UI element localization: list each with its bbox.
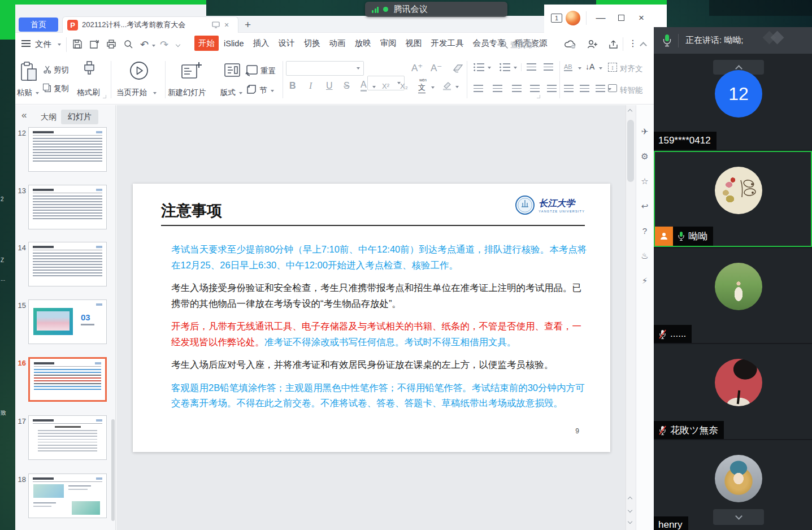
align-left-icon[interactable] [474,85,483,92]
slide-thumbnail-13[interactable] [28,185,107,229]
save-icon[interactable] [72,39,82,49]
slide-thumbnail-18[interactable] [28,473,107,518]
print-icon[interactable] [106,39,116,49]
rocket-tool-icon[interactable]: ✈ [639,127,651,137]
strikethrough-button[interactable]: S [344,81,350,91]
cut-button[interactable]: 剪切 [54,65,69,75]
font-color-button[interactable]: A [361,80,367,92]
hamburger-menu-icon[interactable] [21,40,31,47]
participant-count-badge[interactable]: 12 [715,70,762,118]
search-input[interactable]: 查找命... [510,40,540,50]
line-spacing-icon[interactable] [596,85,605,92]
smart-graphic-button[interactable]: 转智能 [620,85,643,95]
reset-icon[interactable] [245,64,259,76]
increase-indent-icon[interactable] [544,63,553,71]
participant-tile[interactable]: 12 159****0412 [654,54,812,150]
tab-outline[interactable]: 大纲 [41,112,57,123]
line-spacing-add-icon[interactable] [564,85,574,92]
highlight-button[interactable] [442,81,453,90]
participant-tile[interactable]: 花敗ツ無奈 [654,344,812,439]
layout-icon[interactable] [224,63,241,77]
account-avatar[interactable] [566,11,580,25]
menu-devtools[interactable]: 开发工具 [427,36,467,51]
layout-button[interactable]: 版式 [220,88,236,98]
slide-canvas[interactable]: 注意事项 长江大学 YANGTZE UNIVERSITY 考试当天要求至少提前8… [133,184,610,452]
cut-icon[interactable] [43,65,51,73]
line-spacing-remove-icon[interactable] [580,85,589,92]
text-direction-icon[interactable]: ↓A [585,62,594,71]
search-icon[interactable] [500,40,509,49]
reset-button[interactable]: 重置 [260,66,276,76]
new-slide-icon[interactable] [181,61,202,80]
subscript-button[interactable]: X₂ [400,82,408,90]
add-user-icon[interactable] [587,40,598,49]
print-preview-icon[interactable] [123,39,133,49]
bold-button[interactable]: B [289,81,296,91]
decrease-indent-icon[interactable] [527,63,536,71]
meeting-floating-bar[interactable]: 腾讯会议 [365,2,507,17]
slide-thumbnail-14[interactable] [28,242,107,286]
scrollbar-thumb[interactable] [627,120,634,182]
share-icon[interactable] [608,40,619,49]
window-switch-icon[interactable]: 1 [551,14,562,23]
document-tab[interactable]: P 202112计科...考试考前教育大会 × [62,16,238,33]
menu-view[interactable]: 视图 [401,36,425,51]
bullet-list-icon[interactable] [474,63,484,71]
superscript-button[interactable]: X² [382,82,389,90]
italic-button[interactable]: I [309,81,312,91]
slide-thumbnail-17[interactable] [28,415,107,460]
format-painter-button[interactable]: 格式刷 [77,88,100,98]
play-from-current-icon[interactable] [129,60,149,81]
align-right-icon[interactable] [512,85,522,92]
copy-button[interactable]: 复制 [54,84,69,94]
participant-tile-active[interactable]: 呦呦 [654,151,812,247]
close-tab-icon[interactable]: × [224,20,229,29]
cloud-sync-icon[interactable] [564,40,577,50]
effects-tool-icon[interactable]: ☆ [639,176,651,186]
more-options-icon[interactable]: ⋮ [628,38,637,49]
menu-transition[interactable]: 切换 [299,36,324,51]
present-screen-icon[interactable] [212,21,220,28]
participant-tile[interactable]: henry [654,440,812,530]
menu-review[interactable]: 审阅 [376,36,400,51]
redo-icon[interactable]: ↷ [160,40,168,50]
increase-font-icon[interactable]: A⁺ [411,62,423,74]
replay-tool-icon[interactable]: ↩ [639,201,651,211]
undo-icon[interactable]: ↶ [140,40,149,50]
font-name-select[interactable] [286,61,364,76]
align-text-icon[interactable]: ↕ [608,63,617,72]
undo-caret[interactable] [152,45,155,47]
menu-islide[interactable]: iSlide [220,37,247,50]
decrease-font-icon[interactable]: A⁻ [431,62,442,74]
minimize-button[interactable]: — [592,11,609,25]
new-slide-button[interactable]: 新建幻灯片 [168,88,206,98]
menu-start[interactable]: 开始 [194,36,219,51]
play-from-current-button[interactable]: 当页开始 [116,88,147,98]
justify-icon[interactable] [530,85,540,92]
menu-insert[interactable]: 插入 [249,36,273,51]
section-icon[interactable] [246,84,257,94]
menu-design[interactable]: 设计 [274,36,298,51]
slide-thumbnail-16-selected[interactable] [28,357,107,402]
close-button[interactable]: × [633,11,650,25]
section-button[interactable]: 节 [259,85,267,95]
home-tab[interactable]: 首页 [19,18,58,32]
numbered-list-icon[interactable] [500,63,510,71]
paste-button[interactable]: 粘贴 [17,88,32,98]
boost-tool-icon[interactable]: ⚡ [639,276,651,286]
format-painter-icon[interactable] [82,60,96,82]
phonetic-guide-button[interactable]: 文 [418,82,425,93]
help-icon[interactable]: ? [639,226,651,236]
distribute-text-icon[interactable] [547,85,557,92]
maximize-button[interactable] [613,11,629,25]
align-text-button[interactable]: 对齐文 [620,64,643,74]
file-menu[interactable]: 文件 [35,39,51,50]
participant-tile[interactable]: ...... [654,248,812,343]
slide-thumbnail-15[interactable]: 03 [28,299,107,344]
scroll-participants-down-button[interactable] [713,509,764,525]
panel-scrollbar[interactable] [111,419,115,521]
settings-tool-icon[interactable]: ⚙ [639,151,651,162]
underline-button[interactable]: U [326,81,333,91]
hot-tool-icon[interactable]: ♨ [639,251,651,261]
paste-icon[interactable] [20,61,37,82]
